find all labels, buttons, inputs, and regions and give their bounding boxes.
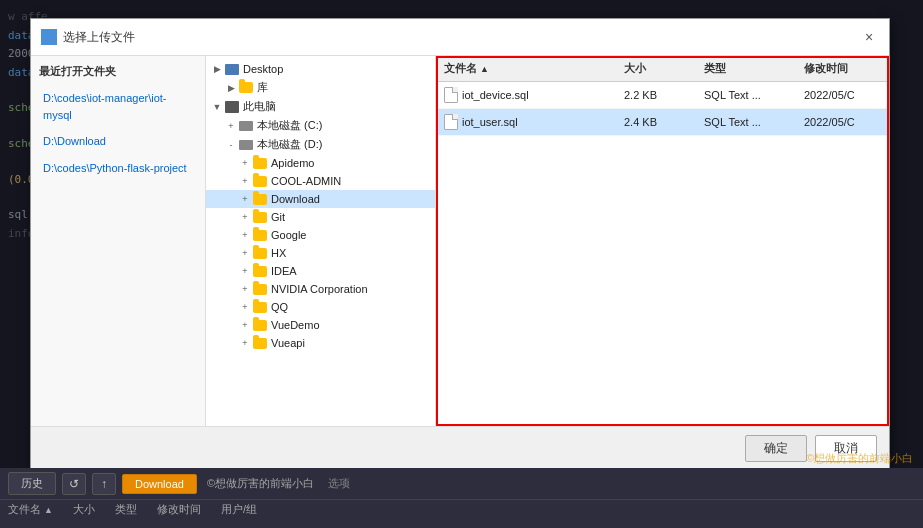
desktop-icon	[224, 62, 240, 76]
csdn-inline-label: ©想做厉害的前端小白	[207, 476, 314, 491]
folder-icon-download	[252, 192, 268, 206]
sort-arrow-name: ▲	[480, 64, 489, 74]
tree-node-vuedemo[interactable]: + VueDemo	[206, 316, 435, 334]
file-size-1: 2.4 KB	[616, 115, 696, 129]
expand-icon-git: +	[238, 210, 252, 224]
refresh-button[interactable]: ↺	[62, 473, 86, 495]
dialog-titlebar: 选择上传文件 ×	[31, 19, 889, 56]
table-col-filename[interactable]: 文件名 ▲	[8, 502, 53, 517]
expand-icon-desktop: ▶	[210, 62, 224, 76]
file-picker-dialog: 选择上传文件 × 最近打开文件夹 D:\codes\iot-manager\io…	[30, 18, 890, 471]
tree-label-desktop: Desktop	[243, 63, 283, 75]
recent-item-2[interactable]: D:\codes\Python-flask-project	[39, 157, 197, 180]
tree-node-git[interactable]: + Git	[206, 208, 435, 226]
tree-node-drive-d[interactable]: - 本地磁盘 (D:)	[206, 135, 435, 154]
folder-icon-cool-admin	[252, 174, 268, 188]
tree-node-apidemo[interactable]: + Apidemo	[206, 154, 435, 172]
toolbar-top: 历史 ↺ ↑ Download ©想做厉害的前端小白 选项	[0, 468, 923, 500]
csdn-watermark: ©想做厉害的前端小白	[806, 451, 913, 466]
col-header-name[interactable]: 文件名 ▲	[436, 59, 616, 78]
tree-label-drive-c: 本地磁盘 (C:)	[257, 118, 322, 133]
recent-folders-title: 最近打开文件夹	[39, 64, 197, 79]
tree-label-vuedemo: VueDemo	[271, 319, 320, 331]
tree-label-nvidia: NVIDIA Corporation	[271, 283, 368, 295]
col-header-modified[interactable]: 修改时间	[796, 59, 889, 78]
dialog-close-button[interactable]: ×	[859, 27, 879, 47]
file-row-1[interactable]: iot_user.sql 2.4 KB SQL Text ... 2022/05…	[436, 109, 889, 136]
file-list-body[interactable]: iot_device.sql 2.2 KB SQL Text ... 2022/…	[436, 82, 889, 426]
table-col-type[interactable]: 类型	[115, 502, 137, 517]
tree-node-vueapi[interactable]: + Vueapi	[206, 334, 435, 352]
upload-button[interactable]: ↑	[92, 473, 116, 495]
drive-icon-d	[238, 138, 254, 152]
computer-icon	[224, 100, 240, 114]
recent-item-0[interactable]: D:\codes\iot-manager\iot-mysql	[39, 87, 197, 126]
sql-file-icon-0	[444, 87, 458, 103]
expand-icon-library: ▶	[224, 81, 238, 95]
tree-node-desktop[interactable]: ▶ Desktop	[206, 60, 435, 78]
tree-node-idea[interactable]: + IDEA	[206, 262, 435, 280]
file-modified-0: 2022/05/C	[796, 88, 889, 102]
tree-node-download[interactable]: + Download	[206, 190, 435, 208]
tree-node-nvidia[interactable]: + NVIDIA Corporation	[206, 280, 435, 298]
tree-node-cool-admin[interactable]: + COOL-ADMIN	[206, 172, 435, 190]
expand-icon-computer: ▼	[210, 100, 224, 114]
table-col-size[interactable]: 大小	[73, 502, 95, 517]
dialog-title-left: 选择上传文件	[41, 29, 135, 46]
tree-node-computer[interactable]: ▼ 此电脑	[206, 97, 435, 116]
tree-node-google[interactable]: + Google	[206, 226, 435, 244]
download-button[interactable]: Download	[122, 474, 197, 494]
expand-icon-nvidia: +	[238, 282, 252, 296]
col-header-type[interactable]: 类型	[696, 59, 796, 78]
tree-label-computer: 此电脑	[243, 99, 276, 114]
tree-label-google: Google	[271, 229, 306, 241]
svg-rect-1	[44, 32, 49, 35]
tree-label-library: 库	[257, 80, 268, 95]
tree-node-library[interactable]: ▶ 库	[206, 78, 435, 97]
expand-icon-google: +	[238, 228, 252, 242]
svg-rect-0	[44, 34, 54, 42]
file-list-header: 文件名 ▲ 大小 类型 修改时间	[436, 56, 889, 82]
expand-icon-apidemo: +	[238, 156, 252, 170]
folder-icon-hx	[252, 246, 268, 260]
sql-file-icon-1	[444, 114, 458, 130]
dialog-title-icon	[41, 29, 57, 45]
table-col-modified[interactable]: 修改时间	[157, 502, 201, 517]
expand-icon-drive-c: +	[224, 119, 238, 133]
tree-label-git: Git	[271, 211, 285, 223]
file-list-panel: 文件名 ▲ 大小 类型 修改时间 iot_device.s	[436, 56, 889, 426]
recent-item-1[interactable]: D:\Download	[39, 130, 197, 153]
toolbar-bottom: 文件名 ▲ 大小 类型 修改时间 用户/组	[0, 500, 923, 519]
tree-node-drive-c[interactable]: + 本地磁盘 (C:)	[206, 116, 435, 135]
history-button[interactable]: 历史	[8, 472, 56, 495]
folder-tree-panel[interactable]: ▶ Desktop ▶ 库 ▼ 此电脑	[206, 56, 436, 426]
expand-icon-idea: +	[238, 264, 252, 278]
expand-icon-download: +	[238, 192, 252, 206]
file-name-0: iot_device.sql	[436, 86, 616, 104]
file-type-0: SQL Text ...	[696, 88, 796, 102]
expand-icon-vueapi: +	[238, 336, 252, 350]
file-type-1: SQL Text ...	[696, 115, 796, 129]
file-name-1: iot_user.sql	[436, 113, 616, 131]
tree-node-qq[interactable]: + QQ	[206, 298, 435, 316]
toolbar-select-label: 选项	[328, 476, 350, 491]
folder-icon-library	[238, 81, 254, 95]
dialog-title-text: 选择上传文件	[63, 29, 135, 46]
file-row-0[interactable]: iot_device.sql 2.2 KB SQL Text ... 2022/…	[436, 82, 889, 109]
drive-icon-c	[238, 119, 254, 133]
confirm-button[interactable]: 确定	[745, 435, 807, 462]
folder-icon-nvidia	[252, 282, 268, 296]
tree-label-download: Download	[271, 193, 320, 205]
dialog-body: 最近打开文件夹 D:\codes\iot-manager\iot-mysql D…	[31, 56, 889, 426]
tree-label-vueapi: Vueapi	[271, 337, 305, 349]
col-header-size[interactable]: 大小	[616, 59, 696, 78]
file-modified-1: 2022/05/C	[796, 115, 889, 129]
folder-icon-git	[252, 210, 268, 224]
folder-icon-vueapi	[252, 336, 268, 350]
folder-icon-idea	[252, 264, 268, 278]
tree-node-hx[interactable]: + HX	[206, 244, 435, 262]
table-col-user[interactable]: 用户/组	[221, 502, 257, 517]
folder-icon-qq	[252, 300, 268, 314]
expand-icon-drive-d: -	[224, 138, 238, 152]
file-size-0: 2.2 KB	[616, 88, 696, 102]
